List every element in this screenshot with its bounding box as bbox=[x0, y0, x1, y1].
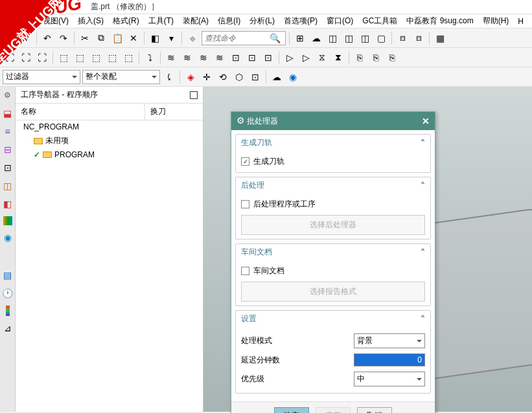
sel2-icon[interactable]: ◈ bbox=[183, 70, 198, 84]
sim3-icon[interactable]: ⧖ bbox=[315, 50, 329, 65]
side-icon-7[interactable] bbox=[3, 216, 12, 225]
search-icon[interactable]: 🔍 bbox=[270, 33, 281, 43]
side-icon-3[interactable]: ⊟ bbox=[2, 144, 14, 155]
section-generate-toolpath[interactable]: 生成刀轨 ˄ bbox=[236, 135, 430, 151]
undo-icon[interactable]: ↶ bbox=[40, 31, 54, 45]
path7-icon[interactable]: ⊡ bbox=[245, 50, 259, 65]
menu-assembly[interactable]: 装配(A) bbox=[179, 14, 213, 28]
menu-insert[interactable]: 插入(S) bbox=[74, 14, 108, 28]
cancel-button[interactable]: 取消 bbox=[357, 407, 392, 413]
sel1-icon[interactable]: ⤹ bbox=[162, 70, 176, 84]
cut-icon[interactable]: ✂ bbox=[78, 31, 92, 45]
checkbox-shopdoc[interactable] bbox=[241, 267, 249, 275]
side-icon-9[interactable]: ▤ bbox=[2, 269, 14, 281]
path8-icon[interactable]: ⊡ bbox=[261, 50, 275, 65]
view-cloud-icon[interactable]: ☁ bbox=[309, 31, 323, 45]
gear-icon[interactable] bbox=[2, 89, 14, 101]
sim2-icon[interactable]: ▷ bbox=[299, 50, 313, 65]
command-search[interactable]: 🔍 bbox=[202, 31, 286, 45]
path1-icon[interactable]: ⤵ bbox=[143, 50, 157, 65]
clock-icon[interactable]: 🕐 bbox=[2, 287, 14, 299]
priority-dropdown[interactable]: 中 bbox=[354, 372, 425, 386]
redo-icon[interactable]: ↷ bbox=[56, 31, 71, 45]
cam1-icon[interactable]: ⛶ bbox=[3, 50, 17, 65]
save-icon[interactable]: 💾 bbox=[3, 31, 17, 45]
side-icon-2[interactable]: ≡ bbox=[2, 126, 14, 137]
sel7-icon[interactable]: ☁ bbox=[270, 70, 284, 84]
measure-icon[interactable]: ⟐ bbox=[185, 31, 200, 45]
mode-dropdown[interactable]: 背景 bbox=[354, 333, 425, 348]
paste-icon[interactable]: 📋 bbox=[110, 31, 124, 45]
checkbox-postprocess[interactable] bbox=[241, 200, 249, 208]
dialog-title-bar[interactable]: ⚙ 批处理器 ✕ bbox=[231, 112, 435, 130]
nav-col-name[interactable]: 名称 bbox=[16, 104, 145, 120]
menu-window[interactable]: 窗口(O) bbox=[323, 14, 357, 28]
action1-icon[interactable]: ◧ bbox=[148, 31, 162, 45]
cube1-icon[interactable]: ◫ bbox=[325, 31, 340, 45]
nav-col-tool[interactable]: 换刀 bbox=[145, 104, 203, 120]
side-icon-4[interactable]: ⊡ bbox=[2, 162, 14, 173]
delay-input[interactable]: 0 bbox=[354, 353, 425, 366]
section-postprocess[interactable]: 后处理 ˄ bbox=[236, 177, 430, 194]
tree-unused[interactable]: 未用项 bbox=[16, 133, 203, 148]
cam2-icon[interactable]: ⛶ bbox=[19, 50, 33, 65]
menu-more[interactable]: H bbox=[514, 16, 527, 27]
side-icon-5[interactable]: ◫ bbox=[2, 180, 14, 192]
sim1-icon[interactable]: ▷ bbox=[283, 50, 297, 65]
mill2-icon[interactable]: ⬚ bbox=[73, 50, 87, 65]
close-icon[interactable]: ✕ bbox=[422, 116, 430, 126]
section-shopdoc[interactable]: 车间文档 ˄ bbox=[236, 244, 430, 260]
cube2-icon[interactable]: ◫ bbox=[341, 31, 356, 45]
cube3-icon[interactable]: ◫ bbox=[358, 31, 372, 45]
mill5-icon[interactable]: ⬚ bbox=[121, 50, 135, 65]
menu-zhongrong[interactable]: 中磊教育 9sug.com bbox=[402, 14, 477, 28]
side-icon-10[interactable] bbox=[6, 306, 10, 316]
pin-icon[interactable] bbox=[190, 91, 198, 99]
path3-icon[interactable]: ≋ bbox=[180, 50, 194, 65]
path4-icon[interactable]: ≋ bbox=[196, 50, 211, 65]
filter-dropdown[interactable]: 过滤器 bbox=[3, 70, 80, 84]
path6-icon[interactable]: ⊡ bbox=[229, 50, 243, 65]
side-icon-1[interactable]: ⬓ bbox=[2, 107, 14, 119]
mill1-icon[interactable]: ⬚ bbox=[56, 50, 71, 65]
menu-format[interactable]: 格式(R) bbox=[109, 14, 143, 28]
tree-program[interactable]: ✓ PROGRAM bbox=[16, 148, 203, 161]
sel6-icon[interactable]: ⊡ bbox=[248, 70, 262, 84]
mill3-icon[interactable]: ⬚ bbox=[89, 50, 103, 65]
ok-button[interactable]: 确定 bbox=[274, 407, 309, 413]
cube4-icon[interactable]: ▢ bbox=[374, 31, 388, 45]
assem2-icon[interactable]: ⧈ bbox=[411, 31, 426, 45]
view-grid-icon[interactable]: ⊞ bbox=[293, 31, 307, 45]
menu-analysis[interactable]: 分析(L) bbox=[246, 14, 279, 28]
path5-icon[interactable]: ≋ bbox=[213, 50, 227, 65]
menu-help[interactable]: 帮助(H) bbox=[479, 14, 513, 28]
tree-root[interactable]: NC_PROGRAM bbox=[16, 120, 203, 133]
sel8-icon[interactable]: ◉ bbox=[286, 70, 300, 84]
menu-info[interactable]: 信息(I) bbox=[214, 14, 244, 28]
side-icon-8[interactable]: ◉ bbox=[2, 232, 14, 243]
sel5-icon[interactable]: ⬡ bbox=[232, 70, 246, 84]
sel3-icon[interactable]: ✛ bbox=[200, 70, 214, 84]
side-icon-6[interactable]: ◧ bbox=[2, 198, 14, 210]
menu-view[interactable]: 视图(V) bbox=[39, 14, 73, 28]
post1-icon[interactable]: ⎘ bbox=[353, 50, 367, 65]
menu-tools[interactable]: 工具(T) bbox=[145, 14, 178, 28]
menu-prefs[interactable]: 首选项(P) bbox=[280, 14, 321, 28]
action2-icon[interactable]: ▾ bbox=[164, 31, 178, 45]
menu-gctoolkit[interactable]: GC工具箱 bbox=[358, 14, 401, 28]
sel4-icon[interactable]: ⟲ bbox=[216, 70, 230, 84]
cam3-icon[interactable]: ⛶ bbox=[35, 50, 49, 65]
copy-icon[interactable]: ⧉ bbox=[94, 31, 108, 45]
post3-icon[interactable]: ⎘ bbox=[385, 50, 399, 65]
delete-icon[interactable]: ✕ bbox=[126, 31, 141, 45]
command-search-input[interactable] bbox=[205, 34, 270, 43]
assembly-dropdown[interactable]: 整个装配 bbox=[82, 70, 160, 84]
path2-icon[interactable]: ≋ bbox=[164, 50, 178, 65]
side-icon-11[interactable]: ⊿ bbox=[2, 322, 14, 334]
tool-icon[interactable]: ▾ bbox=[19, 31, 33, 45]
assem1-icon[interactable]: ⧈ bbox=[395, 31, 410, 45]
sim4-icon[interactable]: ⧗ bbox=[331, 50, 345, 65]
checkbox-generate[interactable]: ✓ bbox=[241, 157, 249, 166]
section-settings[interactable]: 设置 ˄ bbox=[236, 311, 430, 327]
mill4-icon[interactable]: ⬚ bbox=[105, 50, 119, 65]
